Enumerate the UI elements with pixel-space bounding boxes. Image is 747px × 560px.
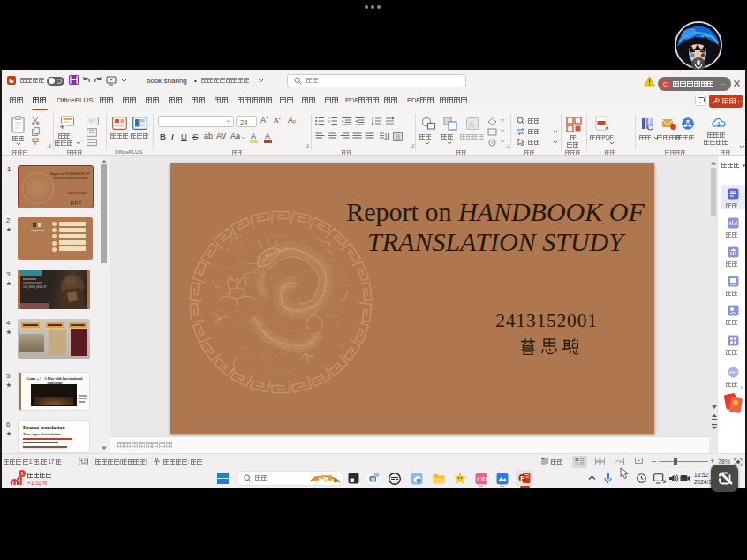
- svg-text:LIU: LIU: [478, 476, 487, 482]
- svg-text:2: 2: [328, 120, 330, 124]
- svg-text:P: P: [520, 474, 525, 482]
- svg-text:A: A: [469, 120, 474, 129]
